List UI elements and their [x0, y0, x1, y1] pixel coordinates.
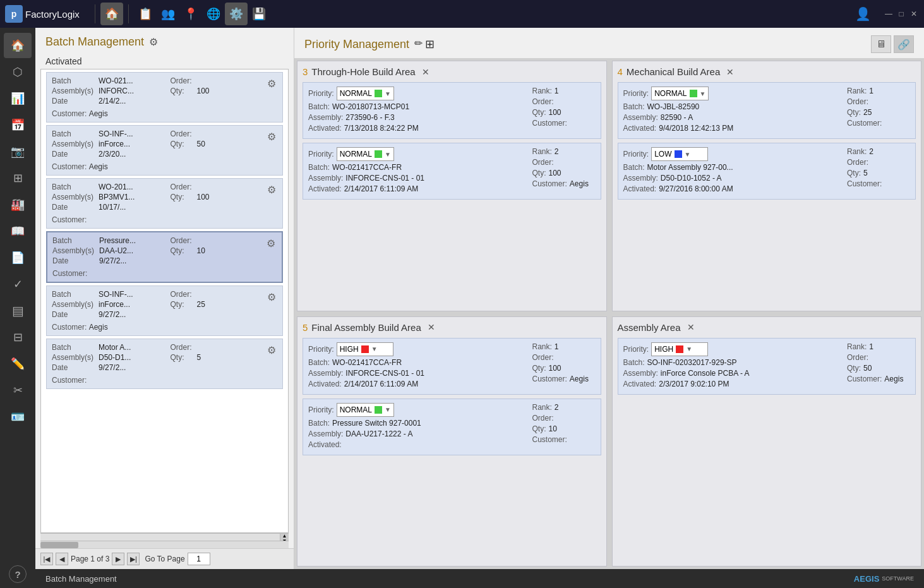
- nav-divider2: [128, 4, 129, 23]
- sidebar-item-layers[interactable]: ⬡: [4, 59, 32, 85]
- window-controls: — □ ✕: [884, 9, 919, 19]
- goto-page: Go To Page: [145, 553, 210, 565]
- batch-card-2[interactable]: Batch SO-INF-... Order: Assembly(s) inFo…: [46, 125, 283, 176]
- goto-input[interactable]: [188, 553, 210, 565]
- close-button[interactable]: ✕: [909, 9, 919, 19]
- next-page-button[interactable]: ▶: [112, 553, 124, 565]
- batch-card-1[interactable]: Batch WO-021... Order: Assembly(s) INFOR…: [46, 72, 283, 123]
- build-area-3-header: 3 Through-Hole Build Area ✕: [303, 66, 601, 77]
- user-icon[interactable]: 👤: [855, 6, 871, 21]
- sidebar-item-check[interactable]: ✓: [4, 272, 32, 297]
- priority-dot-blue: [675, 150, 682, 158]
- priority-title: Priority Management: [304, 38, 409, 51]
- area-4-close-button[interactable]: ✕: [726, 67, 734, 77]
- sidebar-item-edit[interactable]: ✏️: [4, 351, 32, 376]
- sidebar-item-home[interactable]: 🏠: [4, 33, 32, 58]
- sidebar-item-book[interactable]: 📖: [4, 219, 32, 244]
- area-4-number: 4: [618, 66, 623, 77]
- priority-select-3-1[interactable]: NORMAL ▼: [337, 87, 394, 100]
- nav-home-icon[interactable]: 🏠: [100, 3, 123, 25]
- build-area-assembly-header: Assembly Area ✕: [618, 322, 916, 333]
- sidebar-item-warehouse[interactable]: 🏭: [4, 192, 32, 217]
- page-info: Page 1 of 3: [71, 555, 109, 563]
- priority-header: Priority Management ✏ ⊞ 🖥 🔗: [294, 28, 924, 58]
- build-area-3: 3 Through-Hole Build Area ✕ Priority: NO…: [297, 61, 607, 311]
- priority-dot-green: [375, 90, 382, 97]
- batch-gear-icon-2[interactable]: ⚙: [266, 129, 277, 144]
- priority-grid-icon[interactable]: ⊞: [425, 37, 435, 51]
- select-arrow-icon-6: ▼: [385, 406, 391, 413]
- priority-select-5-1[interactable]: HIGH ▼: [337, 342, 393, 356]
- nav-globe-icon[interactable]: 🌐: [202, 3, 225, 25]
- sidebar-item-analytics[interactable]: 📊: [4, 86, 32, 111]
- priority-dot-green-3: [690, 90, 697, 97]
- sidebar-item-grid[interactable]: ⊞: [4, 165, 32, 191]
- priority-dot-red-1: [361, 345, 369, 353]
- area-5-close-button[interactable]: ✕: [428, 322, 435, 332]
- build-area-assembly: Assembly Area ✕ Priority: HIGH: [612, 316, 922, 567]
- batch-list[interactable]: Batch WO-021... Order: Assembly(s) INFOR…: [40, 69, 289, 533]
- batch-header: Batch Management ⚙: [35, 28, 294, 54]
- area-3-name: Through-Hole Build Area: [311, 66, 415, 77]
- batch-gear-icon-1[interactable]: ⚙: [266, 76, 277, 91]
- nav-location-icon[interactable]: 📍: [179, 3, 202, 25]
- priority-select-3-2[interactable]: NORMAL ▼: [337, 147, 394, 161]
- batch-panel: Batch Management ⚙ Activated Batch WO-02…: [35, 28, 294, 569]
- nav-copy-icon[interactable]: 📋: [134, 3, 157, 25]
- sidebar-item-camera[interactable]: 📷: [4, 139, 32, 164]
- batch-gear-icon-4[interactable]: ⚙: [265, 236, 277, 251]
- minimize-button[interactable]: —: [884, 9, 894, 19]
- nav-users-icon[interactable]: 👥: [157, 3, 179, 25]
- first-page-button[interactable]: |◀: [40, 553, 53, 565]
- priority-select-4-1[interactable]: NORMAL ▼: [651, 87, 709, 100]
- area-3-close-button[interactable]: ✕: [422, 67, 429, 77]
- goto-label: Go To Page: [145, 555, 184, 563]
- sidebar-item-table[interactable]: ⊟: [4, 325, 32, 350]
- app-logo[interactable]: p FactoryLogix: [5, 5, 80, 23]
- batch-gear-icon-6[interactable]: ⚙: [266, 343, 277, 357]
- batch-gear-icon-5[interactable]: ⚙: [266, 290, 277, 304]
- area-3-number: 3: [303, 66, 308, 77]
- sidebar-item-help[interactable]: ?: [9, 565, 27, 583]
- aegis-logo: AEGIS SOFTWARE: [854, 574, 914, 584]
- sidebar-item-schedule[interactable]: 📅: [4, 112, 32, 138]
- batch-card-4[interactable]: Batch Pressure... Order: Assembly(s) DAA…: [46, 231, 283, 283]
- area-5-number: 5: [303, 322, 308, 333]
- sidebar-item-badge[interactable]: 🪪: [4, 404, 32, 429]
- batch-card-6[interactable]: Batch Motor A... Order: Assembly(s) D50-…: [46, 339, 283, 389]
- priority-select-5-2[interactable]: NORMAL ▼: [337, 403, 394, 417]
- nav-divider: [95, 4, 95, 23]
- content-area: Batch Management ⚙ Activated Batch WO-02…: [35, 28, 924, 588]
- build-area-4: 4 Mechanical Build Area ✕ Priority: NORM…: [612, 61, 922, 311]
- priority-card-5-1: Priority: HIGH ▼ Batch: WO-0214: [303, 338, 601, 395]
- build-area-5: 5 Final Assembly Build Area ✕ Priority: …: [297, 316, 607, 567]
- priority-edit-icon[interactable]: ✏: [414, 37, 423, 51]
- area-assembly-close-button[interactable]: ✕: [687, 322, 695, 332]
- sidebar-item-cut[interactable]: ✂: [4, 378, 32, 403]
- priority-card-4-1: Priority: NORMAL ▼ Batch: WO-JB: [618, 82, 916, 139]
- last-page-button[interactable]: ▶|: [127, 553, 140, 565]
- batch-card-5[interactable]: Batch SO-INF-... Order: Assembly(s) inFo…: [46, 285, 283, 336]
- priority-card-5-2: Priority: NORMAL ▼ Batch: Press: [303, 399, 601, 455]
- batch-gear-icon-3[interactable]: ⚙: [266, 183, 277, 197]
- batch-title: Batch Management: [45, 35, 144, 49]
- monitor-icon-btn[interactable]: 🖥: [871, 35, 891, 53]
- priority-select-assembly-1[interactable]: HIGH ▼: [651, 342, 708, 356]
- batch-scrollbar-h[interactable]: [40, 541, 289, 548]
- sidebar-item-files[interactable]: 📄: [4, 245, 32, 270]
- batch-card-3[interactable]: Batch WO-201... Order: Assembly(s) BP3MV…: [46, 178, 283, 229]
- restore-button[interactable]: □: [896, 9, 906, 19]
- priority-card-3-1: Priority: NORMAL ▼ Batch: WO-20: [303, 82, 601, 139]
- batch-scrollbar-v[interactable]: ▲ ▼: [40, 533, 289, 541]
- prev-page-button[interactable]: ◀: [56, 553, 68, 565]
- logo-icon: p: [5, 5, 23, 23]
- priority-select-4-2[interactable]: LOW ▼: [651, 147, 708, 161]
- nav-settings-icon[interactable]: ⚙️: [225, 3, 248, 25]
- panels-container: Batch Management ⚙ Activated Batch WO-02…: [35, 28, 924, 569]
- sidebar-item-layout[interactable]: ▤: [4, 298, 32, 323]
- priority-dot-red-2: [676, 345, 683, 353]
- batch-settings-icon[interactable]: ⚙: [149, 36, 158, 48]
- nav-save-icon[interactable]: 💾: [248, 3, 270, 25]
- link-icon-btn[interactable]: 🔗: [894, 35, 914, 53]
- build-areas-grid: 3 Through-Hole Build Area ✕ Priority: NO…: [294, 58, 924, 569]
